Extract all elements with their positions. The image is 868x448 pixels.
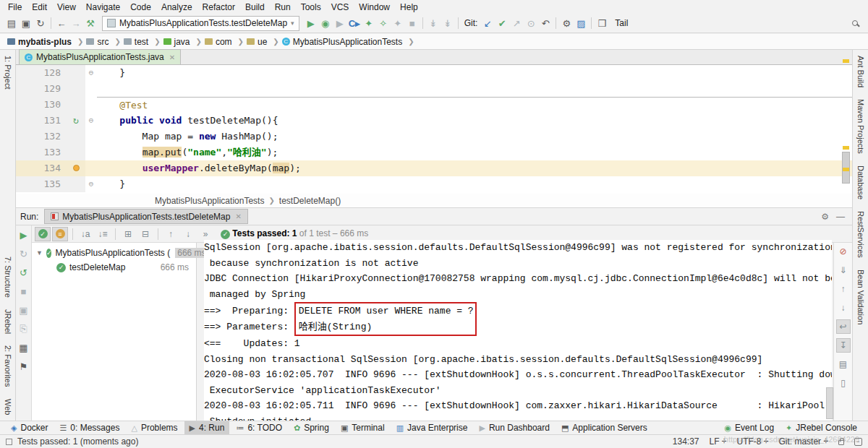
rollback-icon[interactable]: ↶	[538, 16, 553, 30]
lock-icon[interactable]	[838, 440, 844, 445]
soft-wrap-icon[interactable]: ↩	[836, 319, 851, 334]
sync-icon[interactable]: ↻	[33, 16, 48, 30]
breadcrumb-project[interactable]: mybatis-plus❯	[7, 37, 83, 47]
run-button[interactable]: ▶	[304, 16, 318, 30]
menu-analyze[interactable]: Analyze	[156, 2, 197, 12]
toolwindow-database[interactable]: Database	[856, 160, 865, 205]
chevron-down-icon[interactable]: ▼	[36, 249, 43, 257]
breadcrumb-com[interactable]: com❯	[205, 37, 244, 47]
coverage-icon[interactable]: C▸	[347, 16, 362, 30]
toolwindow-messages[interactable]: ☰0: Messages	[54, 421, 124, 435]
git-update-icon[interactable]: ↙	[480, 16, 495, 30]
fold-icon[interactable]: ⊖	[85, 113, 97, 129]
sort-by-duration-icon[interactable]: ↓≡	[95, 227, 111, 241]
toolwindow-restservices[interactable]: RestServices	[856, 205, 865, 264]
collapse-all-icon[interactable]: ⊟	[137, 227, 153, 241]
close-icon[interactable]: ✕	[235, 212, 241, 220]
expand-all-icon[interactable]: ⊞	[120, 227, 136, 241]
run-console[interactable]: SqlSession [org.apache.ibatis.session.de…	[204, 240, 832, 423]
hector-inspector-icon[interactable]: ⌣	[854, 438, 862, 446]
toolwindow-project[interactable]: 1: Project	[4, 50, 12, 95]
toolwindow-favorites[interactable]: 2: Favorites	[4, 340, 12, 392]
menu-file[interactable]: File	[3, 2, 27, 12]
editor-error-stripe[interactable]	[842, 53, 851, 191]
show-passed-icon[interactable]: ✓	[35, 227, 51, 241]
clear-console-icon[interactable]: ⊘	[836, 244, 851, 259]
build-hammer-icon[interactable]: ⚒	[83, 16, 98, 30]
minimize-icon[interactable]: —	[836, 212, 845, 222]
intention-bulb-icon[interactable]	[73, 165, 80, 171]
settings-wrench-icon[interactable]: ⚙	[559, 16, 574, 30]
rerun-failed-tests-icon[interactable]: ↺	[17, 266, 31, 279]
import-tests-icon[interactable]: ⎘	[17, 322, 31, 335]
menu-window[interactable]: Window	[354, 2, 395, 12]
toolwindow-spring[interactable]: ✿Spring	[289, 421, 334, 435]
jrebel-run-icon[interactable]: ✦	[362, 16, 376, 30]
jrebel-debug-icon[interactable]: ✧	[376, 16, 391, 30]
rerun-button[interactable]: ▶	[17, 228, 31, 241]
breadcrumb-class[interactable]: MybatisPlusApplicationTests	[155, 196, 264, 206]
run-test-gutter-icon[interactable]: ↻	[73, 115, 79, 126]
menu-navigate[interactable]: Navigate	[81, 2, 125, 12]
run-configuration-select[interactable]: MybatisPlusApplicationTests.testDeleteMa…	[102, 16, 299, 31]
toolwindow-todo[interactable]: ≔6: TODO	[231, 421, 287, 435]
project-structure-icon[interactable]: ▨	[574, 16, 588, 30]
fold-icon[interactable]: ⊖	[85, 65, 97, 81]
toolwindow-problems[interactable]: △Problems	[126, 421, 182, 435]
menu-view[interactable]: View	[52, 2, 81, 12]
toolwindow-java-enterprise[interactable]: ▥Java Enterprise	[391, 421, 473, 435]
toolwindow-maven[interactable]: Maven Projects	[856, 93, 865, 160]
run-panel-tab[interactable]: MybatisPlusApplicationTests.testDeleteMa…	[44, 209, 248, 224]
line-separator-select[interactable]: LF ÷	[710, 436, 727, 447]
menu-run[interactable]: Run	[270, 2, 296, 12]
close-icon[interactable]: ✕	[169, 53, 175, 61]
toolwindow-docker[interactable]: ◈Docker	[6, 421, 53, 435]
menu-code[interactable]: Code	[125, 2, 156, 12]
scroll-to-end-toggle-icon[interactable]: ↧	[836, 338, 851, 353]
toolwindow-jrebel[interactable]: JRebel	[4, 303, 12, 340]
code-editor[interactable]: 128⊖ } 129 130 @Test 131↻⊖ public void t…	[16, 65, 852, 194]
breadcrumb-java[interactable]: java❯	[163, 37, 202, 47]
test-tree-root[interactable]: ▼ ✓ MybatisPlusApplicationTests ( 666 ms	[32, 246, 196, 260]
sort-alphabetically-icon[interactable]: ↓a	[77, 227, 93, 241]
toolwindow-event-log[interactable]: ◉Event Log	[719, 421, 779, 435]
caret-position[interactable]: 134:37	[673, 436, 699, 447]
toolwindow-jrebel-console[interactable]: ✦JRebel Console	[780, 421, 862, 435]
breadcrumb-src[interactable]: src❯	[86, 37, 120, 47]
console-scrollbar-thumb[interactable]	[826, 387, 833, 419]
fold-icon[interactable]: ⊖	[85, 176, 97, 192]
capture-tool-icon[interactable]: ❒	[595, 16, 609, 30]
git-branch-select[interactable]: Git: master ÷	[778, 436, 828, 447]
search-everywhere-icon[interactable]	[852, 18, 858, 28]
encoding-select[interactable]: UTF-8 ÷	[736, 436, 768, 447]
restore-layout-icon[interactable]: ▦	[17, 341, 31, 354]
toolwindow-run-dashboard[interactable]: ▶Run Dashboard	[474, 421, 555, 435]
git-commit-icon[interactable]: ✔	[495, 16, 509, 30]
menu-refactor[interactable]: Refactor	[197, 2, 240, 12]
menu-vcs[interactable]: VCS	[326, 2, 354, 12]
debug-button[interactable]: ◉	[318, 16, 333, 30]
menu-tools[interactable]: Tools	[296, 2, 326, 12]
show-ignored-icon[interactable]: ≡	[52, 227, 68, 241]
toolwindow-web[interactable]: Web	[4, 393, 12, 421]
back-icon[interactable]: ←	[54, 16, 69, 30]
breadcrumb-ue[interactable]: ue❯	[247, 37, 279, 47]
toolwindow-terminal[interactable]: ▣Terminal	[336, 421, 390, 435]
more-icon[interactable]: »	[197, 227, 213, 241]
test-tree-item[interactable]: ✓ testDeleteMap 666 ms	[32, 260, 196, 275]
menu-build[interactable]: Build	[240, 2, 270, 12]
menu-edit[interactable]: Edit	[27, 2, 52, 12]
toolwindow-structure[interactable]: 7: Structure	[4, 251, 12, 303]
breadcrumb-test[interactable]: test❯	[124, 37, 161, 47]
scroll-to-end-icon[interactable]: ⇓	[836, 263, 851, 277]
gear-icon[interactable]: ⚙	[821, 212, 829, 222]
toolwindow-run[interactable]: ▶4: Run	[184, 421, 230, 435]
toolwindow-ant-build[interactable]: Ant Build	[856, 50, 865, 93]
stripe-warning-mark[interactable]	[843, 146, 849, 150]
print-icon[interactable]: ▤	[836, 357, 851, 371]
editor-tab[interactable]: C MybatisPlusApplicationTests.java ✕	[19, 49, 181, 64]
menu-help[interactable]: Help	[395, 2, 423, 12]
toolwindow-application-servers[interactable]: ⬒Application Servers	[556, 421, 652, 435]
breadcrumb-class[interactable]: CMybatisPlusApplicationTests❯	[282, 37, 414, 47]
stripe-warning-mark[interactable]	[843, 168, 849, 171]
